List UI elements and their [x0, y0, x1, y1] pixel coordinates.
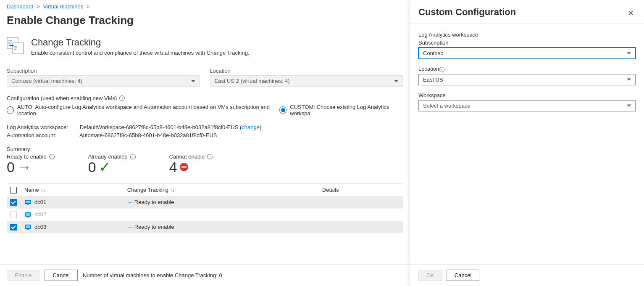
- breadcrumb-dashboard[interactable]: Dashboard: [7, 3, 34, 10]
- automation-label: Automation account:: [7, 132, 78, 138]
- panel-cancel-button[interactable]: Cancel: [447, 270, 479, 281]
- configuration-label: Configuration (used when enabling new VM…: [7, 95, 117, 101]
- panel-law-label: Log Analytics workspace: [418, 32, 636, 38]
- vm-icon: [24, 199, 31, 206]
- cancel-button[interactable]: Cancel: [45, 270, 77, 281]
- vm-status: Ready to enable: [134, 224, 174, 230]
- svg-rect-5: [27, 204, 29, 205]
- panel-ws-label: Workspace: [418, 92, 636, 98]
- vm-icon: [24, 224, 31, 230]
- col-details[interactable]: Details: [319, 184, 403, 196]
- select-all-checkbox[interactable]: [10, 187, 17, 193]
- main-footer: Enable Cancel Number of virtual machines…: [0, 264, 410, 286]
- info-icon[interactable]: [130, 154, 136, 159]
- table-row[interactable]: dc02: [7, 209, 403, 221]
- chevron-right-icon: >: [87, 3, 90, 10]
- no-entry-icon: [180, 163, 188, 171]
- law-label: Log Analytics workspace:: [7, 124, 78, 130]
- table-row[interactable]: dc01 →Ready to enable: [7, 196, 403, 209]
- panel-workspace-select[interactable]: Select a workspace: [418, 100, 636, 111]
- svg-rect-10: [26, 225, 30, 228]
- table-row[interactable]: dc03 →Ready to enable: [7, 221, 403, 233]
- check-icon: ✓: [99, 160, 110, 174]
- svg-rect-4: [26, 201, 30, 203]
- chevron-right-icon: >: [37, 3, 40, 10]
- ok-button: OK: [418, 270, 442, 281]
- row-checkbox[interactable]: [10, 199, 17, 206]
- vm-name: dc01: [34, 199, 46, 205]
- svg-rect-11: [27, 229, 29, 230]
- sort-icon[interactable]: ↑↓: [170, 188, 175, 193]
- feature-header: Change Tracking Enable consistent contro…: [7, 37, 403, 56]
- radio-auto-label: AUTO: Auto-configure Log Analytics works…: [17, 104, 272, 117]
- col-change-tracking[interactable]: Change Tracking: [127, 187, 168, 193]
- change-tracking-icon: [7, 37, 24, 55]
- ready-count: 0: [7, 160, 15, 174]
- change-link[interactable]: change: [242, 124, 260, 130]
- svg-rect-1: [13, 43, 24, 54]
- feature-desc: Enable consistent control and compliance…: [31, 50, 250, 56]
- location-label: Location: [210, 68, 403, 74]
- vm-name: dc02: [34, 211, 46, 217]
- page-title: Enable Change Tracking: [7, 14, 403, 27]
- close-icon[interactable]: ✕: [626, 7, 636, 19]
- already-count: 0: [88, 160, 96, 174]
- sort-icon[interactable]: ↑↓: [41, 188, 45, 193]
- vm-icon: [24, 212, 31, 218]
- arrow-right-icon: →: [127, 199, 133, 205]
- info-icon[interactable]: [207, 154, 213, 159]
- footer-count-text: Number of virtual machines to enable Cha…: [83, 272, 222, 278]
- svg-rect-7: [26, 213, 30, 216]
- subscription-label: Subscription: [7, 68, 200, 74]
- arrow-right-icon: →: [127, 224, 133, 230]
- panel-sub-label: Subscription: [418, 40, 636, 46]
- svg-rect-8: [27, 217, 29, 217]
- info-icon[interactable]: [49, 154, 55, 159]
- info-icon[interactable]: [119, 95, 125, 101]
- enable-button: Enable: [7, 270, 39, 281]
- panel-location-select[interactable]: East US: [418, 74, 636, 85]
- vm-table: Name↑↓ Change Tracking↑↓ Details dc01 →R…: [7, 183, 403, 233]
- info-icon[interactable]: [439, 67, 444, 72]
- breadcrumb: Dashboard > Virtual machines >: [7, 3, 403, 10]
- panel-loc-label: Location: [418, 66, 439, 72]
- row-checkbox[interactable]: [10, 224, 17, 230]
- law-value: DefaultWorkspace-68627f8c-65b8-4601-b48e…: [80, 124, 239, 130]
- radio-auto[interactable]: [7, 106, 14, 114]
- summary-title: Summary: [7, 146, 403, 152]
- cannot-count: 4: [169, 160, 177, 174]
- breadcrumb-vms[interactable]: Virtual machines: [43, 3, 83, 10]
- custom-config-panel: Custom Configuration ✕ Log Analytics wor…: [410, 0, 644, 286]
- location-select[interactable]: East US 2 (virtual machines: 4): [210, 75, 403, 87]
- feature-title: Change Tracking: [31, 37, 250, 48]
- arrow-right-icon: →: [17, 160, 32, 174]
- col-name[interactable]: Name: [24, 187, 39, 193]
- vm-name: dc03: [34, 224, 46, 230]
- subscription-select[interactable]: Contoso (virtual machines: 4): [7, 75, 200, 87]
- radio-custom[interactable]: [279, 106, 287, 114]
- automation-value: Automate-68627f8c-65b8-4601-b48e-b032a81…: [79, 132, 217, 138]
- panel-title: Custom Configuration: [418, 7, 516, 18]
- panel-subscription-select[interactable]: Contoso: [418, 48, 636, 59]
- radio-custom-label: CUSTOM: Choose existing Log Analytics wo…: [290, 104, 403, 117]
- row-checkbox: [10, 212, 17, 218]
- vm-status: Ready to enable: [134, 199, 174, 205]
